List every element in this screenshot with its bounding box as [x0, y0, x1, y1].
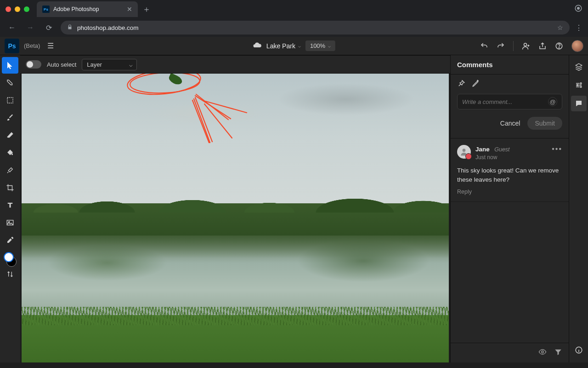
comment-body: This sky looks great! Can we remove thes… [457, 166, 562, 184]
document-name-dropdown[interactable]: Lake Park ⌵ [266, 42, 301, 50]
comment-input[interactable]: Write a comment... @ [457, 94, 562, 109]
svg-rect-5 [7, 98, 13, 103]
place-image-tool[interactable] [2, 214, 18, 231]
comment-time: Just now [475, 154, 510, 161]
comment-user: Jane [475, 146, 490, 153]
chevron-down-icon: ⌵ [328, 43, 331, 48]
info-button[interactable] [571, 342, 587, 358]
url-text: photoshop.adobe.com [77, 24, 139, 31]
svg-point-12 [580, 83, 582, 84]
auto-select-label: Auto select [47, 61, 76, 68]
eraser-tool[interactable] [2, 127, 18, 144]
reply-button[interactable]: Reply [457, 189, 562, 195]
browser-tab[interactable]: Ps Adobe Photoshop ✕ [37, 1, 138, 17]
cloud-icon [253, 40, 262, 52]
back-button[interactable]: ← [6, 23, 18, 32]
chevron-down-icon: ⌵ [298, 43, 301, 48]
new-tab-button[interactable]: ＋ [142, 4, 151, 15]
favicon-icon: Ps [42, 6, 50, 13]
cancel-button[interactable]: Cancel [500, 120, 520, 127]
share-button[interactable] [538, 42, 547, 50]
foreground-color[interactable] [4, 252, 14, 262]
auto-select-target-dropdown[interactable]: Layer [82, 59, 137, 70]
address-bar: ← → ⟳ photoshop.adobe.com ☆ ⋮ [0, 18, 588, 37]
minimize-window-icon[interactable] [15, 6, 20, 12]
visibility-icon[interactable] [538, 348, 547, 358]
swap-colors-icon[interactable] [6, 270, 14, 280]
maximize-window-icon[interactable] [24, 6, 29, 12]
comments-title: Comments [451, 55, 569, 75]
help-button[interactable] [555, 42, 563, 50]
crop-tool[interactable] [2, 179, 18, 196]
close-window-icon[interactable] [6, 6, 11, 12]
properties-panel-button[interactable] [571, 77, 587, 93]
browser-chrome: Ps Adobe Photoshop ✕ ＋ ← → ⟳ photoshop.a… [0, 0, 588, 37]
transform-tool[interactable] [2, 75, 18, 91]
app-header: Ps (Beta) ☰ Lake Park ⌵ 100% ⌵ [0, 37, 588, 55]
comment-placeholder: Write a comment... [462, 98, 512, 105]
close-tab-icon[interactable]: ✕ [127, 6, 132, 13]
comment-actions: Cancel Submit [451, 109, 569, 138]
forward-button[interactable]: → [24, 23, 37, 32]
main-menu-button[interactable]: ☰ [47, 41, 54, 50]
reload-button[interactable]: ⟳ [42, 23, 55, 32]
pin-icon[interactable] [457, 79, 465, 89]
comments-footer [451, 343, 569, 362]
canvas-area[interactable] [20, 74, 450, 362]
move-tool[interactable] [2, 57, 18, 74]
submit-button[interactable]: Submit [527, 117, 562, 130]
window-controls[interactable] [6, 6, 29, 12]
filter-icon[interactable] [554, 348, 562, 358]
brush-tool[interactable] [2, 109, 18, 126]
svg-point-10 [463, 149, 466, 152]
right-rail [569, 55, 588, 362]
svg-point-1 [577, 7, 580, 10]
user-avatar[interactable] [571, 40, 583, 52]
redo-button[interactable] [497, 42, 505, 50]
heal-tool[interactable] [2, 162, 18, 178]
invite-button[interactable] [522, 42, 530, 50]
comment-menu-button[interactable]: ••• [552, 145, 562, 153]
svg-point-4 [559, 47, 559, 48]
eyedropper-tool[interactable] [2, 232, 18, 248]
layers-panel-button[interactable] [571, 59, 587, 75]
comments-panel-button[interactable] [571, 96, 587, 111]
profile-chip-icon[interactable] [574, 4, 582, 14]
comments-toolbar [451, 75, 569, 94]
fill-tool[interactable] [2, 144, 18, 161]
app-logo[interactable]: Ps [5, 39, 19, 53]
svg-point-13 [580, 86, 582, 87]
auto-select-toggle[interactable] [26, 60, 41, 69]
comments-panel: Comments Write a comment... @ Cancel Sub… [450, 55, 569, 362]
undo-button[interactable] [480, 42, 488, 50]
selection-tool[interactable] [2, 92, 18, 109]
comment-role: Guest [494, 146, 509, 153]
svg-point-2 [524, 43, 527, 46]
comment-avatar [457, 145, 471, 159]
bookmark-icon[interactable]: ☆ [557, 24, 563, 31]
zoom-dropdown[interactable]: 100% ⌵ [305, 40, 335, 51]
color-swatch[interactable] [4, 252, 17, 267]
svg-point-11 [542, 351, 544, 353]
comment-item[interactable]: Jane Guest Just now ••• This sky looks g… [451, 138, 569, 202]
type-tool[interactable] [2, 197, 18, 213]
tab-bar: Ps Adobe Photoshop ✕ ＋ [0, 0, 588, 18]
beta-label: (Beta) [24, 42, 40, 49]
canvas[interactable] [22, 74, 449, 362]
url-field[interactable]: photoshop.adobe.com ☆ [61, 21, 570, 34]
left-toolbar [0, 55, 20, 362]
draw-icon[interactable] [472, 79, 480, 89]
mention-button[interactable]: @ [548, 97, 557, 106]
lock-icon [67, 24, 73, 31]
options-bar: Auto select Layer [20, 55, 450, 74]
browser-menu-button[interactable]: ⋮ [575, 23, 582, 32]
tab-title: Adobe Photoshop [53, 6, 99, 12]
